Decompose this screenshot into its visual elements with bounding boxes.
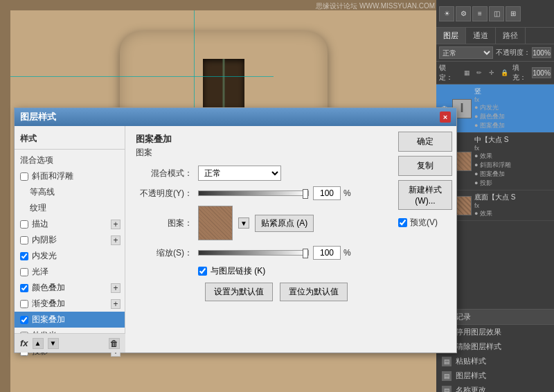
lock-transparent-btn[interactable]: ▦ [461,67,472,78]
gradient-overlay-plus-btn[interactable]: + [111,299,120,309]
ps-icon-1[interactable]: ☀ [439,6,454,21]
inner-shadow-plus-btn[interactable]: + [111,235,120,245]
ps-icon-4[interactable]: ◫ [489,6,504,21]
layer-name-2: 中【大点 S [474,135,551,145]
style-satin[interactable]: 光泽 [15,264,125,280]
style-bevel-emboss[interactable]: 斜面和浮雕 [15,168,125,184]
pattern-preview[interactable] [198,206,233,240]
style-pattern-overlay[interactable]: 图案叠加 [15,312,125,328]
style-inner-shadow[interactable]: 内阴影 + [15,232,125,248]
style-texture[interactable]: 纹理 [15,200,125,216]
tab-paths[interactable]: 路径 [496,28,526,44]
preview-checkbox[interactable] [398,218,407,227]
layers-opacity: 不透明度： [496,47,551,58]
blend-mode-label: 混合模式： [136,168,198,179]
scale-input[interactable] [313,246,341,260]
history-item-5[interactable]: ▤ 名称更改 [436,383,554,392]
layer-effects-2: ● 效果 ● 斜面和浮雕 ● 图案叠加 ● 投影 [474,152,551,188]
fill-label: 填充： [512,63,529,82]
pattern-dropdown-btn[interactable]: ▼ [238,217,249,229]
fx-down-arrow[interactable]: ▼ [48,338,59,349]
layer-info-1: 竖 fx ● 内发光 ● 颜色叠加 ● 图案叠加 [474,87,551,130]
style-stroke[interactable]: 描边 + [15,216,125,232]
opacity-label: 不透明度： [496,48,530,57]
history-item-3[interactable]: ▤ 粘贴样式 [436,354,554,368]
satin-checkbox[interactable] [20,268,28,276]
opacity-input[interactable] [313,186,341,200]
scale-slider-thumb[interactable] [303,249,308,258]
ps-icon-5[interactable]: ⊞ [506,6,521,21]
link-layer-row: 与图层链接 (K) [136,265,384,277]
lock-image-btn[interactable]: ✏ [474,67,485,78]
layers-opacity-input[interactable] [532,47,551,58]
bevel-emboss-checkbox[interactable] [20,172,28,181]
dialog-close-button[interactable]: × [440,112,451,123]
stroke-checkbox[interactable] [20,220,28,229]
action-btns-row: 设置为默认值 置位为默认值 [136,283,384,301]
opacity-unit: % [343,188,351,198]
history-label-1: 停用图层效果 [456,327,501,337]
tab-layers[interactable]: 图层 [436,28,466,44]
panel-subtitle: 图案 [136,147,384,159]
new-style-button[interactable]: 新建样式 (W)... [398,180,452,210]
history-item-4[interactable]: ▤ 图层样式 [436,368,554,383]
layer-name-1: 竖 [474,87,551,96]
color-overlay-plus-btn[interactable]: + [111,283,120,293]
center-panel: 图案叠加 图案 混合模式： 正常 不透明度(Y)： % 图案： [125,126,394,353]
style-blend-options[interactable]: 混合选项 [15,152,125,168]
pattern-overlay-checkbox[interactable] [20,316,28,324]
opacity-slider-track[interactable] [198,190,309,196]
styles-divider [15,149,125,150]
artwork-slot [203,59,244,114]
scale-slider-track[interactable] [198,250,309,256]
layer-info-3: 底面【大点 S fx ● 效果 [474,193,551,218]
color-overlay-checkbox[interactable] [20,284,28,292]
style-inner-glow[interactable]: 内发光 [15,248,125,264]
style-contour[interactable]: 等高线 [15,184,125,200]
layers-mode-select[interactable]: 正常 [439,46,493,59]
fx-icon: fx [20,338,28,348]
right-panel: 确定 复制 新建样式 (W)... 预览(V) [394,126,456,353]
ps-icon-2[interactable]: ⚙ [456,6,471,21]
ps-icon-3[interactable]: ≡ [472,6,488,21]
layer-effects-1: ● 内发光 ● 颜色叠加 ● 图案叠加 [474,103,551,130]
guide-horizontal [10,76,274,77]
link-layer-checkbox[interactable] [198,267,207,276]
blend-mode-row: 混合模式： 正常 [136,166,384,181]
dialog-titlebar: 图层样式 × [15,108,456,126]
lock-icons: ▦ ✏ ✛ 🔒 [461,67,510,78]
copy-button[interactable]: 复制 [398,156,452,176]
dialog-title: 图层样式 [20,111,56,123]
layer-name-3: 底面【大点 S [474,193,551,202]
scale-unit: % [343,248,351,258]
opacity-slider-thumb[interactable] [303,189,308,199]
blend-mode-select[interactable]: 正常 [198,166,281,181]
inner-glow-checkbox[interactable] [20,252,28,260]
history-icon-4: ▤ [442,371,452,381]
set-default-btn[interactable]: 设置为默认值 [205,283,273,301]
fill-input[interactable] [532,67,551,78]
layer-style-dialog: 图层样式 × 样式 混合选项 斜面和浮雕 等高线 纹理 描边 + [14,107,457,353]
history-label-3: 粘贴样式 [456,356,486,366]
history-label-4: 图层样式 [456,371,486,381]
snap-btn[interactable]: 贴紧原点 (A) [255,215,314,232]
layer-effects-3: ● 效果 [474,209,551,218]
ok-button[interactable]: 确定 [398,132,452,152]
fx-up-arrow[interactable]: ▲ [33,338,44,349]
layer-fx-1: fx [474,96,551,103]
reset-default-btn[interactable]: 置位为默认值 [280,283,348,301]
link-layer-label: 与图层链接 (K) [211,265,265,277]
style-gradient-overlay[interactable]: 渐变叠加 + [15,296,125,312]
lock-position-btn[interactable]: ✛ [486,67,497,78]
fx-bar: fx ▲ ▼ 🗑 [15,333,125,353]
fx-delete-btn[interactable]: 🗑 [109,338,120,349]
history-icon-5: ▤ [442,386,452,393]
stroke-plus-btn[interactable]: + [111,220,120,229]
pattern-row: 图案： ▼ 贴紧原点 (A) [136,206,384,240]
ps-topbar: ☀ ⚙ ≡ ◫ ⊞ [436,0,554,28]
inner-shadow-checkbox[interactable] [20,236,28,244]
lock-all-btn[interactable]: 🔒 [499,67,510,78]
style-color-overlay[interactable]: 颜色叠加 + [15,280,125,296]
gradient-overlay-checkbox[interactable] [20,300,28,308]
tab-channels[interactable]: 通道 [466,28,496,44]
